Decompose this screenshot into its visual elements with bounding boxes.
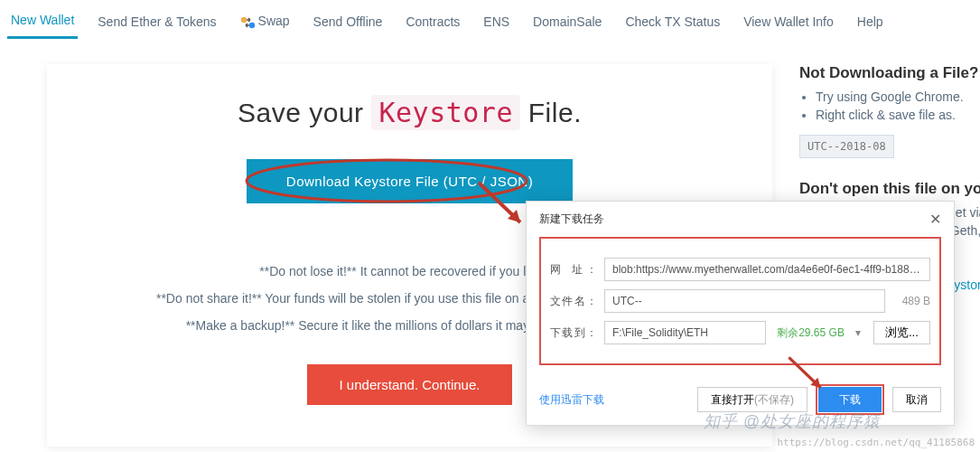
nav-ens[interactable]: ENS: [480, 9, 513, 38]
sidebar-tip-chrome: Try using Google Chrome.: [816, 89, 980, 104]
nav-new-wallet[interactable]: New Wallet: [7, 7, 78, 39]
download-keystore-button[interactable]: Download Keystore File (UTC / JSON): [247, 159, 573, 203]
download-dialog: 新建下载任务 ✕ 网 址： 文件名： 489 B 下载到： 剩余29.65 GB…: [526, 201, 955, 426]
download-button[interactable]: 下载: [818, 387, 882, 412]
nav-send-offline[interactable]: Send Offline: [310, 9, 387, 38]
swap-icon: [240, 16, 257, 29]
page-title: Save your Keystore File.: [83, 97, 736, 128]
nav-view-wallet[interactable]: View Wallet Info: [740, 9, 837, 38]
nav-send-ether[interactable]: Send Ether & Tokens: [94, 9, 219, 38]
svg-point-0: [240, 16, 246, 22]
label-url: 网 址：: [550, 262, 597, 278]
sidebar-heading-not-downloading: Not Downloading a File?: [799, 64, 980, 82]
close-icon[interactable]: ✕: [929, 211, 941, 228]
keystore-keyword: Keystore: [371, 95, 520, 130]
top-nav: New Wallet Send Ether & Tokens Swap Send…: [0, 0, 980, 39]
nav-help[interactable]: Help: [854, 9, 887, 38]
free-space: 剩余29.65 GB: [773, 325, 848, 341]
sidebar-tip-rightclick: Right click & save file as.: [816, 108, 980, 122]
browse-button[interactable]: 浏览...: [873, 321, 930, 344]
csdn-watermark: https://blog.csdn.net/qq_41185868: [777, 437, 975, 448]
nav-check-tx[interactable]: Check TX Status: [621, 9, 723, 38]
continue-button[interactable]: I understand. Continue.: [307, 364, 513, 405]
nav-domainsale[interactable]: DomainSale: [529, 9, 605, 38]
sidebar-heading-dont-open: Don't open this file on your computer: [799, 180, 980, 198]
svg-point-1: [248, 22, 254, 27]
dialog-title: 新建下载任务: [539, 212, 604, 227]
xunlei-link[interactable]: 使用迅雷下载: [539, 392, 604, 408]
label-filename: 文件名：: [550, 294, 597, 309]
path-input[interactable]: [604, 321, 766, 344]
dialog-body-highlight: 网 址： 文件名： 489 B 下载到： 剩余29.65 GB ▾ 浏览...: [539, 237, 941, 365]
open-direct-button[interactable]: 直接打开(不保存): [697, 387, 807, 412]
file-size: 489 B: [892, 295, 930, 307]
label-path: 下载到：: [550, 325, 597, 341]
zhihu-watermark: 知乎 @处女座的程序猿: [704, 410, 881, 432]
utc-filename-box[interactable]: UTC--2018-08: [799, 135, 894, 158]
nav-swap[interactable]: Swap: [237, 8, 294, 37]
filename-input[interactable]: [604, 289, 885, 313]
cancel-button[interactable]: 取消: [892, 387, 941, 412]
url-input[interactable]: [604, 258, 930, 281]
nav-contracts[interactable]: Contracts: [402, 9, 463, 38]
chevron-down-icon[interactable]: ▾: [855, 326, 866, 339]
